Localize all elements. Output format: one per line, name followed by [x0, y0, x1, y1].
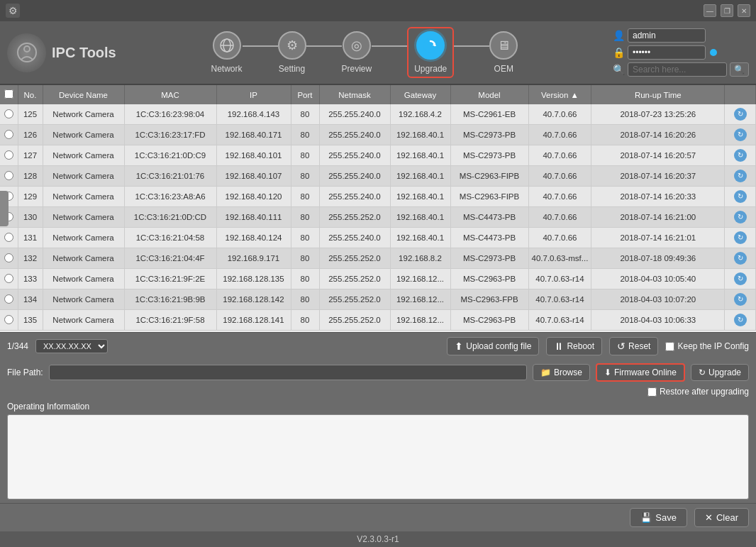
restore-checkbox[interactable] [647, 387, 657, 397]
ip-filter-select[interactable]: XX.XX.XX.XX [35, 339, 108, 353]
row-radio[interactable] [0, 310, 18, 331]
col-version[interactable]: Version ▲ [528, 85, 591, 104]
row-radio[interactable] [0, 145, 18, 166]
username-input[interactable] [628, 28, 706, 43]
row-action-icon[interactable]: ↻ [734, 272, 747, 285]
row-action[interactable]: ↻ [725, 228, 756, 248]
nav-step-upgrade-box[interactable]: Upgrade [407, 27, 454, 78]
table-row[interactable]: 128 Network Camera 1C:C3:16:21:01:76 192… [0, 166, 756, 187]
nav-step-setting[interactable]: ⚙ Setting [278, 31, 306, 74]
filepath-input[interactable] [49, 365, 527, 380]
row-action[interactable]: ↻ [725, 248, 756, 269]
row-action[interactable]: ↻ [725, 104, 756, 125]
table-row[interactable]: 135 Network Camera 1C:C3:16:21:9F:58 192… [0, 310, 756, 331]
row-no: 134 [18, 289, 43, 310]
logo-area: IPC Tools [7, 33, 116, 72]
row-gateway: 192.168.12... [390, 289, 450, 310]
table-row[interactable]: 134 Network Camera 1C:C3:16:21:9B:9B 192… [0, 289, 756, 310]
select-all-checkbox[interactable] [4, 89, 13, 99]
row-radio[interactable] [0, 104, 18, 125]
nav-area: Network ⚙ Setting ◎ Preview Upgrade [130, 27, 599, 78]
table-row[interactable]: 126 Network Camera 1C:C3:16:23:17:FD 192… [0, 125, 756, 145]
row-action-icon[interactable]: ↻ [734, 108, 747, 121]
row-mac: 1C:C3:16:21:0D:CD [124, 207, 216, 228]
row-action-icon[interactable]: ↻ [734, 128, 747, 141]
row-action-icon[interactable]: ↻ [734, 149, 747, 162]
row-model: MS-C2973-PB [450, 145, 528, 166]
row-netmask: 255.255.240.0 [319, 125, 390, 145]
table-row[interactable]: 132 Network Camera 1C:C3:16:21:04:4F 192… [0, 248, 756, 269]
upload-config-button[interactable]: ⬆ Upload config file [447, 337, 539, 355]
row-radio[interactable] [0, 125, 18, 145]
nav-step-preview[interactable]: ◎ Preview [342, 31, 372, 74]
row-runtime: 2018-07-14 16:21:00 [591, 207, 725, 228]
row-action[interactable]: ↻ [725, 125, 756, 145]
table-row[interactable]: 131 Network Camera 1C:C3:16:21:04:58 192… [0, 228, 756, 248]
row-action[interactable]: ↻ [725, 166, 756, 187]
col-checkbox[interactable] [0, 85, 18, 104]
firmware-online-button[interactable]: ⬇ Firmware Online [596, 363, 685, 382]
keep-ip-label[interactable]: Keep the IP Config [665, 341, 749, 351]
row-action-icon[interactable]: ↻ [734, 211, 747, 223]
row-gateway: 192.168.40.1 [390, 125, 450, 145]
row-action-icon[interactable]: ↻ [734, 170, 747, 182]
restore-button[interactable]: ❐ [721, 4, 733, 17]
table-row[interactable]: 133 Network Camera 1C:C3:16:21:9F:2E 192… [0, 269, 756, 289]
row-netmask: 255.255.252.0 [319, 289, 390, 310]
row-action[interactable]: ↻ [725, 289, 756, 310]
close-button[interactable]: ✕ [738, 4, 750, 17]
row-action[interactable]: ↻ [725, 187, 756, 207]
row-action-icon[interactable]: ↻ [734, 314, 747, 326]
row-netmask: 255.255.252.0 [319, 248, 390, 269]
row-model: MS-C2963-FPB [450, 289, 528, 310]
row-action-icon[interactable]: ↻ [734, 190, 747, 203]
table-row[interactable]: 125 Network Camera 1C:C3:16:23:98:04 192… [0, 104, 756, 125]
row-runtime: 2018-07-23 13:25:26 [591, 104, 725, 125]
upgrade-button[interactable]: ↻ Upgrade [691, 364, 749, 381]
row-port: 80 [291, 166, 319, 187]
search-button[interactable]: 🔍 [730, 62, 749, 77]
row-action-icon[interactable]: ↻ [734, 293, 747, 306]
search-icon: 🔍 [613, 64, 625, 75]
row-runtime: 2018-07-18 09:49:36 [591, 248, 725, 269]
nav-step-upgrade[interactable]: Upgrade [414, 31, 447, 74]
op-info-section: Operating Information [0, 398, 756, 503]
row-action[interactable]: ↻ [725, 207, 756, 228]
row-action[interactable]: ↻ [725, 310, 756, 331]
row-action[interactable]: ↻ [725, 269, 756, 289]
row-version: 40.7.0.66 [528, 166, 591, 187]
reset-button[interactable]: ↺ Reset [609, 337, 658, 355]
search-input[interactable] [628, 62, 727, 77]
upgrade-label: Upgrade [708, 368, 741, 377]
row-no: 132 [18, 248, 43, 269]
row-radio[interactable] [0, 166, 18, 187]
row-radio[interactable] [0, 269, 18, 289]
row-model: MS-C2973-PB [450, 125, 528, 145]
keep-ip-checkbox[interactable] [665, 342, 674, 351]
save-button[interactable]: 💾 Save [630, 508, 687, 527]
row-gateway: 192.168.12... [390, 310, 450, 331]
row-radio[interactable] [0, 248, 18, 269]
minimize-button[interactable]: — [704, 4, 716, 17]
password-input[interactable] [628, 45, 706, 60]
row-action-icon[interactable]: ↻ [734, 231, 747, 244]
row-action-icon[interactable]: ↻ [734, 252, 747, 265]
clear-button[interactable]: ✕ Clear [694, 508, 749, 527]
row-radio[interactable] [0, 228, 18, 248]
user-icon: 👤 [613, 30, 625, 41]
keep-ip-text: Keep the IP Config [677, 341, 749, 351]
row-model: MS-C2963-FIPB [450, 187, 528, 207]
table-row[interactable]: 127 Network Camera 1C:C3:16:21:0D:C9 192… [0, 145, 756, 166]
row-runtime: 2018-04-03 10:06:33 [591, 310, 725, 331]
browse-button[interactable]: 📁 Browse [533, 364, 590, 381]
nav-step-network[interactable]: Network [211, 31, 243, 74]
left-edge-tab[interactable] [0, 191, 9, 226]
row-action[interactable]: ↻ [725, 145, 756, 166]
reboot-button[interactable]: ⏸ Reboot [546, 337, 602, 355]
row-radio[interactable] [0, 289, 18, 310]
nav-step-oem[interactable]: 🖥 OEM [489, 31, 518, 74]
gear-icon[interactable]: ⚙ [6, 4, 20, 18]
table-row[interactable]: 129 Network Camera 1C:C3:16:23:A8:A6 192… [0, 187, 756, 207]
restore-label[interactable]: Restore after upgrading [647, 387, 749, 397]
table-row[interactable]: 130 Network Camera 1C:C3:16:21:0D:CD 192… [0, 207, 756, 228]
